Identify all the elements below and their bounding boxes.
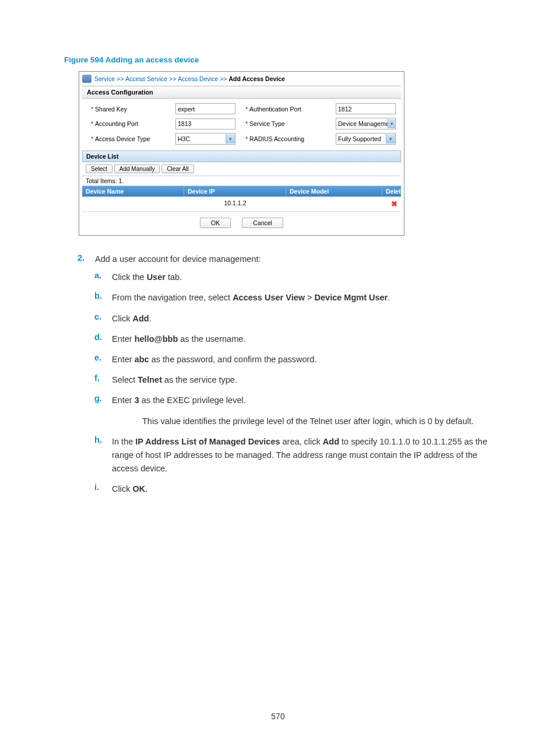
breadcrumb: Service >> Access Service >> Access Devi… (79, 72, 404, 86)
breadcrumb-current: Add Access Device (228, 75, 285, 82)
auth-port-input[interactable] (336, 103, 396, 114)
auth-port-label: *Authentication Port (245, 106, 330, 113)
substep-letter: i. (94, 482, 106, 496)
breadcrumb-access-device[interactable]: Access Device (178, 75, 218, 82)
clear-all-button[interactable]: Clear All (161, 164, 193, 173)
substep-text: Click OK. (112, 482, 492, 496)
shared-key-input[interactable] (175, 103, 235, 114)
substep-e: e. Enter abc as the password, and confir… (94, 353, 492, 366)
substep-letter: a. (94, 271, 106, 284)
substep-b: b. From the navigation tree, select Acce… (94, 291, 492, 304)
ok-button[interactable]: OK (200, 218, 231, 228)
access-device-type-select[interactable]: H3C ▾ (175, 133, 235, 145)
figure-title: Figure 594 Adding an access device (64, 55, 492, 64)
substep-f: f. Select Telnet as the service type. (94, 373, 492, 387)
substep-text: Enter 3 as the EXEC privilege level. (112, 394, 492, 407)
substep-text: Click Add. (112, 312, 492, 326)
step-2: 2. Add a user account for device managem… (64, 253, 492, 265)
col-device-ip: Device IP (184, 186, 286, 197)
substep-text: Select Telnet as the service type. (112, 373, 492, 387)
device-list-buttons: Select Add Manually Clear All (82, 162, 401, 176)
select-button[interactable]: Select (86, 164, 112, 173)
device-list-header: Device List (82, 150, 401, 162)
substep-letter: b. (94, 291, 106, 304)
substep-a: a. Click the User tab. (94, 271, 492, 284)
breadcrumb-sep: >> (169, 75, 176, 82)
substep-g: g. Enter 3 as the EXEC privilege level. (94, 394, 492, 407)
acct-port-input[interactable] (175, 118, 235, 130)
chevron-down-icon: ▾ (226, 134, 235, 144)
substep-letter: f. (94, 373, 106, 387)
cancel-button[interactable]: Cancel (242, 218, 283, 228)
chevron-down-icon: ▾ (386, 134, 395, 144)
chevron-down-icon: ▾ (388, 119, 395, 128)
substep-text: Enter abc as the password, and confirm t… (112, 353, 492, 366)
substep-d: d. Enter hello@bbb as the username. (94, 332, 492, 346)
access-device-type-label: *Access Device Type (91, 135, 170, 142)
col-delete: Delete (382, 186, 406, 197)
device-table-header: Device Name Device IP Device Model Delet… (82, 186, 401, 197)
access-config-form: *Shared Key *Authentication Port *Accoun… (79, 99, 404, 149)
cell-device-model (286, 197, 382, 211)
folder-icon (82, 75, 92, 83)
breadcrumb-service[interactable]: Service (94, 75, 115, 82)
service-type-label: *Service Type (245, 120, 330, 127)
page-number: 570 (0, 712, 556, 721)
service-type-select[interactable]: Device Management S ▾ (336, 118, 396, 130)
step-number: 2. (64, 253, 85, 265)
screenshot-panel: Service >> Access Service >> Access Devi… (79, 71, 404, 236)
substep-text: In the IP Address List of Managed Device… (112, 435, 492, 476)
radius-acct-select[interactable]: Fully Supported ▾ (336, 133, 396, 145)
substep-c: c. Click Add. (94, 312, 492, 326)
col-device-name: Device Name (82, 186, 184, 197)
total-items-label: Total Items: 1. (82, 176, 401, 186)
table-row: 10.1.1.2 ✖ (82, 197, 401, 212)
step-text: Add a user account for device management… (95, 253, 492, 265)
cell-device-name (82, 197, 184, 211)
section-access-config: Access Configuration (82, 86, 401, 99)
breadcrumb-sep: >> (117, 75, 124, 82)
radius-acct-label: *RADIUS Accounting (245, 135, 330, 142)
substep-letter: e. (94, 353, 106, 366)
delete-button[interactable]: ✖ (382, 197, 406, 211)
substep-text: Click the User tab. (112, 271, 492, 284)
substep-letter: h. (94, 435, 106, 476)
col-device-model: Device Model (286, 186, 382, 197)
substep-list: a. Click the User tab. b. From the navig… (94, 271, 492, 496)
substep-letter: g. (94, 394, 106, 407)
breadcrumb-sep: >> (220, 75, 227, 82)
add-manually-button[interactable]: Add Manually (114, 164, 160, 173)
shared-key-label: *Shared Key (91, 106, 170, 113)
substep-letter: c. (94, 312, 106, 326)
substep-h: h. In the IP Address List of Managed Dev… (94, 435, 492, 476)
substep-g-note: This value identifies the privilege leve… (142, 415, 492, 428)
acct-port-label: *Accounting Port (91, 120, 170, 127)
dialog-buttons: OK Cancel (79, 212, 404, 235)
substep-text: Enter hello@bbb as the username. (112, 332, 492, 346)
substep-letter: d. (94, 332, 106, 346)
close-icon: ✖ (391, 200, 397, 208)
breadcrumb-access-service[interactable]: Access Service (125, 75, 167, 82)
substep-i: i. Click OK. (94, 482, 492, 496)
cell-device-ip: 10.1.1.2 (184, 197, 286, 211)
substep-text: From the navigation tree, select Access … (112, 291, 492, 304)
